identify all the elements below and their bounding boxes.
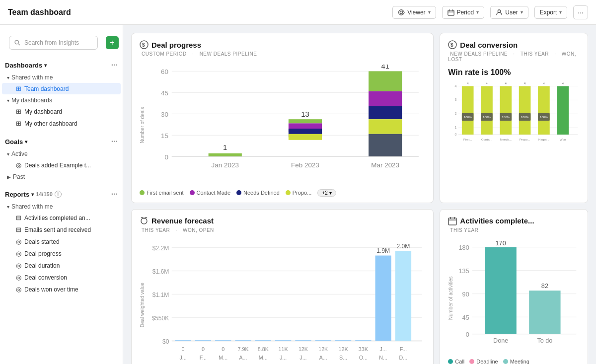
svg-text:100%: 100%	[540, 115, 548, 119]
svg-rect-27	[369, 134, 402, 157]
revenue-forecast-title-text: Revenue forecast	[151, 217, 214, 225]
deal-progress-sub1: CUSTOM PERIOD	[142, 51, 187, 57]
deal-progress-chart: 60 45 30 15 0 1	[145, 65, 425, 186]
active-header[interactable]: ▾ Active	[0, 149, 123, 159]
search-bar[interactable]: Search from Insights	[9, 36, 98, 50]
svg-rect-93	[335, 340, 351, 341]
topbar: Team dashboard Viewer ▾ Period ▾ User ▾ …	[0, 0, 596, 25]
svg-text:0: 0	[182, 346, 185, 352]
legend-dot-meeting	[503, 359, 508, 364]
past-header[interactable]: ▶ Past	[0, 172, 123, 182]
svg-rect-16	[209, 153, 242, 157]
legend-dot-call	[448, 359, 453, 364]
svg-text:4: 4	[543, 81, 545, 85]
svg-text:M...: M...	[219, 355, 227, 361]
reports-info[interactable]: i	[55, 191, 62, 198]
dashboards-section[interactable]: Dashboards ▾ ···	[0, 57, 123, 72]
export-button[interactable]: Export ▾	[534, 6, 568, 19]
svg-text:1: 1	[223, 144, 227, 151]
dashboards-more[interactable]: ···	[111, 61, 118, 70]
period-button[interactable]: Period ▾	[442, 6, 485, 19]
legend-dot-4	[286, 190, 291, 195]
svg-rect-89	[255, 340, 271, 341]
svg-point-73	[141, 218, 147, 224]
deal-conversion-item[interactable]: ◎ Deal conversion	[2, 272, 121, 283]
goals-arrow: ▾	[25, 139, 27, 145]
activities-chart-row: Number of activities 180	[448, 241, 580, 356]
reports-more[interactable]: ···	[111, 190, 118, 199]
svg-text:0: 0	[202, 346, 205, 352]
legend-call-label: Call	[455, 359, 464, 364]
svg-text:$1.1M: $1.1M	[152, 291, 169, 298]
act-sub1: THIS YEAR	[450, 227, 478, 233]
add-button[interactable]: +	[106, 36, 119, 49]
reports-count: 14/150	[36, 191, 53, 197]
my-other-dashboard-item[interactable]: ⊞ My other dashboard	[2, 118, 121, 129]
svg-rect-92	[315, 340, 331, 341]
activities-completed-label: Activities completed an...	[24, 215, 90, 221]
svg-text:J...: J...	[380, 346, 387, 352]
deal-progress-icon: $	[140, 40, 149, 49]
more-button[interactable]: ···	[573, 5, 588, 19]
legend-label-2: Contact Made	[197, 190, 230, 196]
deals-started-label: Deals started	[24, 238, 60, 245]
deal-conversion-label: Deal conversion	[24, 274, 67, 281]
revenue-svg: $2.2M $1.6M $1.1M $550K $0	[145, 241, 425, 364]
viewer-button[interactable]: Viewer ▾	[392, 6, 436, 19]
svg-rect-87	[215, 340, 231, 341]
deal-conv-sub2: THIS YEAR	[521, 51, 549, 57]
deal-progress-item[interactable]: ◎ Deal progress	[2, 248, 121, 259]
my-other-dashboard-label: My other dashboard	[24, 120, 77, 127]
svg-rect-88	[235, 340, 251, 341]
svg-text:F...: F...	[400, 346, 407, 352]
deals-added-item[interactable]: ◎ Deals added Example t...	[2, 159, 121, 171]
dollar-icon-4: ◎	[16, 274, 21, 281]
svg-rect-94	[355, 340, 371, 341]
svg-text:O...: O...	[359, 355, 368, 361]
svg-text:0: 0	[455, 133, 457, 136]
user-label: User	[505, 9, 518, 16]
svg-text:Needs...: Needs...	[500, 138, 512, 141]
my-dashboards-label: My dashboards	[11, 97, 52, 104]
my-dashboard-item[interactable]: ⊞ My dashboard	[2, 106, 121, 117]
viewer-chevron: ▾	[428, 9, 431, 15]
svg-text:J...: J...	[280, 355, 287, 361]
emails-sent-item[interactable]: ⊟ Emails sent and received	[2, 224, 121, 235]
goals-more[interactable]: ···	[111, 137, 118, 146]
svg-text:41: 41	[381, 65, 389, 70]
user-button[interactable]: User ▾	[490, 6, 528, 19]
goals-section[interactable]: Goals ▾ ···	[0, 133, 123, 148]
svg-rect-86	[195, 340, 211, 341]
deal-conversion-header: $ Deal conversion NEW DEALS PIPELINE · T…	[440, 33, 588, 66]
legend-meeting-label: Meeting	[510, 359, 529, 364]
rev-sub2: WON, OPEN	[183, 227, 214, 233]
active-group: ▾ Active ◎ Deals added Example t...	[0, 149, 123, 171]
deals-won-item[interactable]: ◎ Deals won over time	[2, 284, 121, 295]
svg-text:82: 82	[541, 283, 548, 290]
svg-text:$2.2M: $2.2M	[152, 245, 169, 252]
svg-text:2: 2	[455, 112, 457, 115]
svg-text:Won: Won	[560, 138, 566, 141]
svg-text:Feb 2023: Feb 2023	[291, 161, 319, 169]
my-dashboards-header[interactable]: ▾ My dashboards	[0, 95, 123, 105]
activities-svg: 180 135 90 45 0 170 82	[453, 241, 580, 354]
deal-duration-item[interactable]: ◎ Deal duration	[2, 260, 121, 271]
shared-reports-header[interactable]: ▾ Shared with me	[0, 202, 123, 212]
shared-with-me-header[interactable]: ▾ Shared with me	[0, 73, 123, 82]
svg-text:100%: 100%	[502, 115, 510, 119]
svg-point-2	[498, 9, 501, 12]
deals-started-item[interactable]: ◎ Deals started	[2, 236, 121, 247]
reports-section[interactable]: Reports ▾ 14/150 i ···	[0, 186, 123, 201]
sidebar: Search from Insights + Dashboards ▾ ··· …	[0, 25, 123, 364]
svg-text:J...: J...	[299, 355, 306, 361]
shared-group: ▾ Shared with me ⊞ Team dashboard	[0, 73, 123, 94]
legend-more-button[interactable]: +2 ▾	[317, 189, 336, 197]
svg-rect-65	[557, 86, 569, 134]
team-dashboard-item[interactable]: ⊞ Team dashboard	[2, 83, 121, 94]
svg-rect-23	[369, 71, 402, 91]
deal-conversion-title: $ Deal conversion	[448, 40, 580, 49]
deal-conversion-icon: $	[448, 40, 457, 49]
activities-completed-item[interactable]: ⊟ Activities completed an...	[2, 212, 121, 223]
legend-deadline-label: Deadline	[476, 359, 498, 364]
dashboards-label: Dashboards	[5, 62, 42, 69]
